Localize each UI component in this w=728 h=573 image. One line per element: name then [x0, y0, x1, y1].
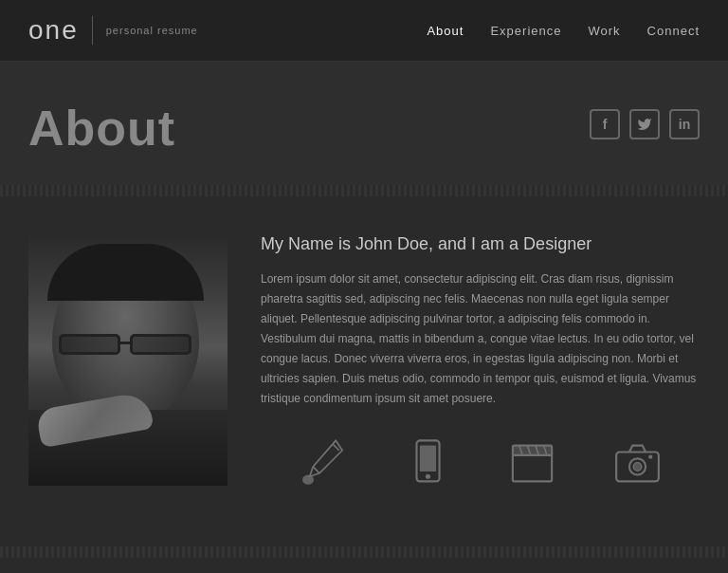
- svg-point-14: [648, 454, 652, 458]
- logo-subtitle: personal resume: [106, 25, 198, 36]
- nav-about[interactable]: About: [427, 24, 464, 38]
- logo-divider: [92, 16, 93, 45]
- glasses-right: [130, 334, 191, 355]
- section-divider-bottom: [0, 546, 728, 558]
- logo[interactable]: one: [28, 15, 79, 46]
- linkedin-icon[interactable]: in: [669, 109, 700, 139]
- glasses-bridge: [120, 342, 130, 344]
- glasses-left: [59, 334, 120, 355]
- section-divider-top: [0, 185, 728, 196]
- clapboard-icon: [506, 437, 558, 490]
- skills-icons: [261, 437, 700, 490]
- svg-rect-5: [513, 452, 552, 481]
- camera-icon: [611, 437, 664, 490]
- navbar: one personal resume About Experience Wor…: [0, 0, 728, 62]
- mobile-icon: [402, 437, 454, 490]
- svg-point-0: [302, 475, 314, 485]
- svg-point-4: [426, 474, 430, 479]
- svg-point-13: [633, 463, 642, 471]
- profile-photo: [28, 234, 228, 486]
- film-skill[interactable]: [506, 437, 558, 490]
- twitter-icon[interactable]: [629, 109, 660, 139]
- paint-brush-icon: [297, 437, 349, 490]
- navbar-left: one personal resume: [28, 15, 198, 46]
- hero-section: About f in: [0, 62, 728, 185]
- design-skill[interactable]: [297, 437, 349, 490]
- svg-rect-3: [420, 446, 436, 472]
- facebook-icon[interactable]: f: [590, 109, 620, 139]
- nav-connect[interactable]: Connect: [647, 24, 700, 38]
- profile-heading: My Name is John Doe, and I am a Designer: [261, 234, 700, 254]
- profile-content: My Name is John Doe, and I am a Designer…: [261, 234, 700, 490]
- nav-experience[interactable]: Experience: [490, 24, 561, 38]
- navbar-right: About Experience Work Connect: [427, 24, 700, 38]
- main-content: My Name is John Doe, and I am a Designer…: [0, 196, 728, 527]
- profile-body: Lorem ipsum dolor sit amet, consectetur …: [261, 269, 700, 409]
- social-links: f in: [590, 109, 700, 139]
- photo-skill[interactable]: [611, 437, 664, 490]
- mobile-skill[interactable]: [402, 437, 454, 490]
- nav-work[interactable]: Work: [588, 24, 620, 38]
